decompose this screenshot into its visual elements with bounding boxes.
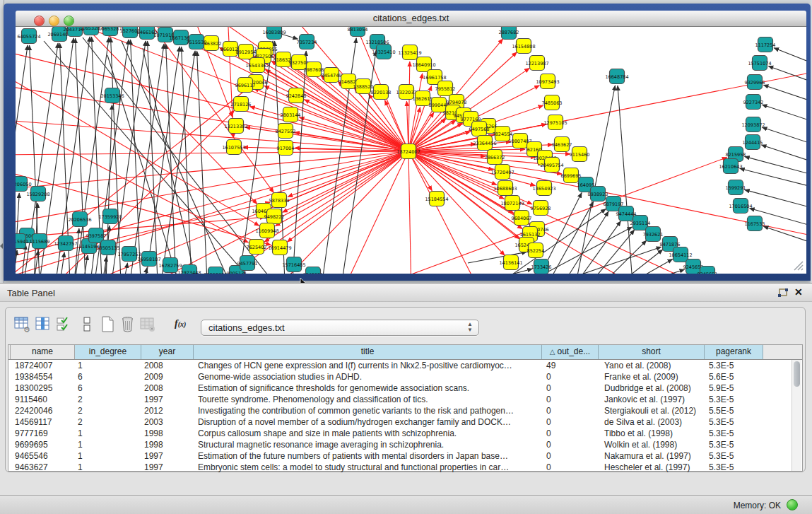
column-header-pagerank[interactable]: pagerank bbox=[705, 345, 763, 359]
cell-in_degree: 1 bbox=[75, 428, 141, 439]
column-header-year[interactable]: year bbox=[141, 345, 194, 359]
table-row[interactable]: 2242004622012Investigating the contribut… bbox=[8, 405, 802, 416]
cell-name: 18724007 bbox=[11, 360, 75, 371]
node-label: 7932621 bbox=[643, 232, 664, 238]
column-header-name[interactable]: name bbox=[11, 345, 75, 359]
node-label: 12923448 bbox=[177, 270, 201, 274]
node-label: 3824554 bbox=[493, 132, 513, 137]
cell-title: Estimation of significance thresholds fo… bbox=[194, 382, 542, 394]
cell-short: Jankovic et al. (1997) bbox=[599, 394, 705, 405]
node-label: 2987608 bbox=[304, 67, 324, 73]
table-row[interactable]: 977716911998Corpus callosum shape and si… bbox=[8, 428, 802, 439]
show-columns-icon[interactable] bbox=[35, 316, 52, 333]
table-mode-icon[interactable]: ⚙ bbox=[13, 316, 30, 333]
cell-name: 9465546 bbox=[11, 450, 75, 462]
node-label: 10653287 bbox=[98, 27, 122, 32]
table-row[interactable]: 911546021997Tourette syndrome. Phenomeno… bbox=[8, 394, 802, 405]
cell-year: 1997 bbox=[141, 450, 194, 462]
cell-name: 9699695 bbox=[11, 439, 75, 450]
node-label: 8220138 bbox=[371, 90, 392, 95]
cell-in_degree: 1 bbox=[75, 462, 141, 473]
table-row[interactable]: 946362711997Embryonic stem cells: a mode… bbox=[8, 462, 802, 473]
node-label: 16914479 bbox=[268, 245, 291, 251]
table-sub-panel: ⚙ bbox=[5, 307, 806, 472]
network-canvas[interactable]: 1872400774638228660125891295413226055982… bbox=[16, 27, 806, 274]
cell-year: 2012 bbox=[141, 405, 194, 416]
table-row[interactable]: 1830029562008Estimation of significance … bbox=[8, 382, 802, 394]
cell-title: Corpus callosum shape and size in male p… bbox=[194, 428, 542, 439]
network-window-titlebar[interactable]: citations_edges.txt bbox=[16, 11, 806, 27]
node-label: 15751074 bbox=[748, 61, 771, 66]
cell-year: 2008 bbox=[141, 360, 194, 371]
node-label: 16083809 bbox=[262, 30, 286, 35]
cell-year: 1998 bbox=[141, 439, 194, 450]
node-label: 1167533 bbox=[745, 221, 765, 227]
table-vertical-scrollbar[interactable] bbox=[792, 360, 801, 471]
table-row[interactable]: 1456911722003Disruption of a novel membe… bbox=[8, 416, 802, 428]
window-resize-grip-icon[interactable] bbox=[792, 259, 804, 271]
node-label: 12975105 bbox=[543, 120, 567, 126]
cell-in_degree: 6 bbox=[75, 382, 141, 394]
delete-table-icon-disabled bbox=[139, 316, 156, 333]
cell-out_de: 49 bbox=[542, 360, 599, 371]
cell-pagerank: 5.3E-5 bbox=[705, 428, 763, 439]
cell-title: Embryonic stem cells: a model to study s… bbox=[194, 462, 542, 473]
node-label: 8215958 bbox=[726, 152, 746, 158]
node-label: 12213987 bbox=[525, 61, 548, 66]
node-label: 17359928 bbox=[98, 214, 122, 220]
node-label: 7357234 bbox=[297, 40, 317, 45]
window-title: citations_edges.txt bbox=[16, 13, 806, 23]
node-label: 9684067 bbox=[512, 216, 532, 221]
cell-pagerank: 5.9E-5 bbox=[705, 382, 763, 394]
column-header-short[interactable]: short bbox=[599, 345, 705, 359]
node-label: 12093872 bbox=[741, 122, 765, 128]
node-label: 1388520 bbox=[353, 84, 374, 90]
scrollbar-thumb[interactable] bbox=[794, 361, 800, 387]
column-header-out_de[interactable]: △out_de... bbox=[542, 345, 599, 359]
node-label: 2935114 bbox=[630, 221, 651, 226]
node-label: 2887682 bbox=[499, 30, 519, 35]
cell-title: Tourette syndrome. Phenomenology and cla… bbox=[194, 394, 542, 405]
table-selector-value: citations_edges.txt bbox=[208, 322, 285, 333]
table-row[interactable]: 1938455462009Genome-wide association stu… bbox=[8, 371, 802, 382]
cell-year: 1997 bbox=[141, 462, 194, 473]
cell-name: 19384554 bbox=[11, 371, 75, 382]
node-label: 10688603 bbox=[493, 186, 517, 192]
node-label: 10973493 bbox=[536, 79, 559, 85]
delete-column-icon[interactable] bbox=[119, 316, 136, 333]
table-row[interactable]: 969969511998Structural magnetic resonanc… bbox=[8, 439, 802, 450]
create-column-icon[interactable] bbox=[100, 316, 117, 333]
node-label: 1362615 bbox=[413, 96, 433, 102]
select-columns-icon[interactable] bbox=[56, 316, 73, 333]
table-row[interactable]: 1872400712008Changes of HCN gene express… bbox=[8, 360, 802, 371]
node-label: 15829208 bbox=[26, 192, 49, 197]
node-label: 23364456 bbox=[473, 141, 496, 146]
cell-pagerank: 5.3E-5 bbox=[705, 450, 763, 462]
cell-year: 2008 bbox=[141, 382, 194, 394]
collapse-left-panel-arrow[interactable] bbox=[0, 243, 3, 249]
cell-name: 14569117 bbox=[11, 416, 75, 428]
cell-short: Franke et al. (2009) bbox=[599, 371, 705, 382]
cell-title: Changes of HCN gene expression and I(f) … bbox=[194, 360, 542, 371]
cell-short: Dudbridge et al. (2008) bbox=[599, 382, 705, 394]
row-height-icon[interactable] bbox=[79, 316, 96, 333]
node-label: 1115689 bbox=[30, 239, 50, 245]
node-label: 25206050 bbox=[16, 182, 32, 187]
table-selector-dropdown[interactable]: citations_edges.txt ▲▼ bbox=[201, 320, 479, 336]
cell-name: 9115460 bbox=[11, 394, 75, 405]
node-label: 7485063 bbox=[542, 100, 563, 106]
svg-text:⚙: ⚙ bbox=[23, 325, 30, 333]
header-filler bbox=[763, 345, 802, 359]
cell-in_degree: 2 bbox=[75, 416, 141, 428]
cell-name: 18300295 bbox=[11, 382, 75, 394]
node-label: 28495754 bbox=[540, 163, 563, 168]
memory-status-icon[interactable] bbox=[787, 499, 798, 510]
cell-out_de: 0 bbox=[542, 405, 599, 416]
function-builder-icon[interactable]: f(x) bbox=[175, 318, 186, 329]
float-panel-icon[interactable] bbox=[777, 288, 789, 298]
close-panel-icon[interactable]: ✕ bbox=[794, 286, 803, 298]
table-row[interactable]: 946554611997Estimation of the future num… bbox=[8, 450, 802, 462]
column-header-title[interactable]: title bbox=[194, 345, 542, 359]
table-header-row: namein_degreeyeartitle△out_de...shortpag… bbox=[8, 345, 802, 360]
column-header-in_degree[interactable]: in_degree bbox=[75, 345, 141, 359]
